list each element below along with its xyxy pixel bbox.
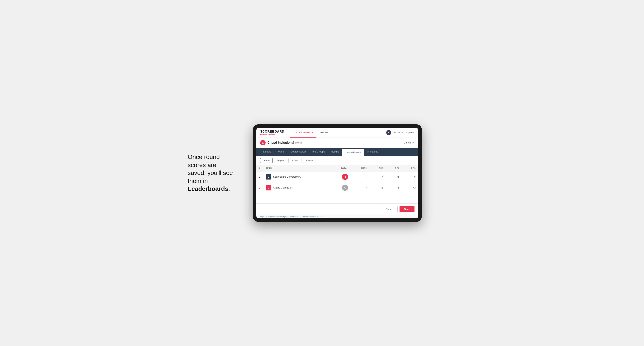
tab-details[interactable]: Details: [260, 148, 274, 156]
tab-printables[interactable]: Printables: [364, 148, 381, 156]
nav-right: S Test User | Sign out: [386, 130, 414, 135]
filter-bar: Teams Players Scores Strokes: [256, 156, 418, 165]
tablet-frame: SCOREBOARD Powered by clippd TOURNAMENTS…: [253, 124, 422, 222]
team-logo: C: [266, 185, 271, 190]
filter-strokes-button[interactable]: Strokes: [302, 158, 316, 163]
logo-area: SCOREBOARD Powered by clippd: [260, 130, 284, 135]
thru-cell: F: [351, 182, 370, 193]
bottom-bar: Cancel Save: [256, 203, 418, 215]
score-badge: +3: [342, 185, 348, 191]
col-header-rd3: RD3: [402, 165, 418, 172]
total-cell: +3: [330, 182, 351, 193]
url-text: https://stage-blue-coach.stagescoreboard…: [260, 215, 323, 218]
col-header-thru: THRU: [351, 165, 370, 172]
table-row: 2 C Clippd College [A] +3 F: [256, 182, 418, 193]
rd2-cell: -8: [386, 182, 402, 193]
tablet-screen: SCOREBOARD Powered by clippd TOURNAMENTS…: [256, 128, 418, 218]
col-header-total: TOTAL: [330, 165, 351, 172]
logo-powered: Powered by clippd: [260, 133, 284, 135]
save-button[interactable]: Save: [400, 206, 414, 212]
rd1-cell: -4: [370, 171, 386, 182]
tournament-icon: C: [260, 140, 266, 145]
tab-course-setup[interactable]: Course Setup: [288, 148, 309, 156]
rank-cell: 1: [256, 171, 263, 182]
nav-link-tournaments[interactable]: TOURNAMENTS: [290, 128, 317, 138]
tab-teams[interactable]: Teams: [274, 148, 288, 156]
nav-link-teams[interactable]: TEAMS: [316, 128, 332, 138]
top-navigation: SCOREBOARD Powered by clippd TOURNAMENTS…: [256, 128, 418, 138]
col-header-rd1: RD1: [370, 165, 386, 172]
filter-teams-button[interactable]: Teams: [260, 158, 273, 163]
team-cell: C Clippd College [A]: [263, 182, 330, 193]
cancel-top-button[interactable]: Cancel ✕: [404, 141, 414, 144]
sign-out-link[interactable]: Sign out: [406, 131, 414, 134]
user-name: Test User |: [393, 131, 404, 134]
col-header-team: TEAM: [263, 165, 330, 172]
leaderboard-table: # TEAM TOTAL THRU RD1 RD2 RD3 1: [256, 165, 418, 193]
col-header-rank: #: [256, 165, 263, 172]
left-description: Once round scores are saved, you'll see …: [188, 153, 242, 193]
table-header-row: # TEAM TOTAL THRU RD1 RD2 RD3: [256, 165, 418, 172]
url-bar: https://stage-blue-coach.stagescoreboard…: [256, 215, 418, 218]
nav-links: TOURNAMENTS TEAMS: [290, 128, 332, 138]
tournament-subtitle: (Men): [295, 141, 302, 144]
tab-results[interactable]: Results: [328, 148, 342, 156]
team-cell: S Scoreboard University [A]: [263, 171, 330, 182]
left-line3: saved, you'll see: [188, 169, 233, 176]
left-line1: Once round: [188, 154, 220, 160]
score-badge: -5: [342, 174, 348, 180]
thru-cell: F: [351, 171, 370, 182]
left-line2: scores are: [188, 162, 216, 169]
left-line4: them in: [188, 177, 208, 184]
left-line5-bold: Leaderboards: [188, 185, 228, 192]
col-header-rd2: RD2: [386, 165, 402, 172]
tab-leaderboards[interactable]: Leaderboards: [342, 149, 364, 156]
team-name: Clippd College [A]: [273, 186, 293, 189]
tournament-header: C Clippd Invitational (Men) Cancel ✕: [256, 138, 418, 148]
total-cell: -5: [330, 171, 351, 182]
rd3-cell: -6: [402, 171, 418, 182]
cancel-button[interactable]: Cancel: [382, 206, 398, 212]
logo-text: SCOREBOARD: [260, 130, 284, 133]
rd2-cell: +5: [386, 171, 402, 182]
filter-players-button[interactable]: Players: [274, 158, 287, 163]
close-icon: ✕: [412, 141, 414, 144]
rd1-cell: +8: [370, 182, 386, 193]
leaderboard-content: # TEAM TOTAL THRU RD1 RD2 RD3 1: [256, 165, 418, 203]
filter-scores-button[interactable]: Scores: [288, 158, 301, 163]
left-line5-end: .: [228, 185, 230, 192]
rank-cell: 2: [256, 182, 263, 193]
tournament-title: Clippd Invitational: [268, 141, 294, 145]
tab-tee-groups[interactable]: Tee Groups: [309, 148, 328, 156]
page-wrapper: Once round scores are saved, you'll see …: [188, 124, 456, 222]
team-logo: S: [266, 174, 271, 179]
user-avatar: S: [386, 130, 391, 135]
rd3-cell: +3: [402, 182, 418, 193]
team-name: Scoreboard University [A]: [273, 175, 301, 178]
sub-navigation: Details Teams Course Setup Tee Groups Re…: [256, 148, 418, 156]
table-row: 1 S Scoreboard University [A] -5 F: [256, 171, 418, 182]
